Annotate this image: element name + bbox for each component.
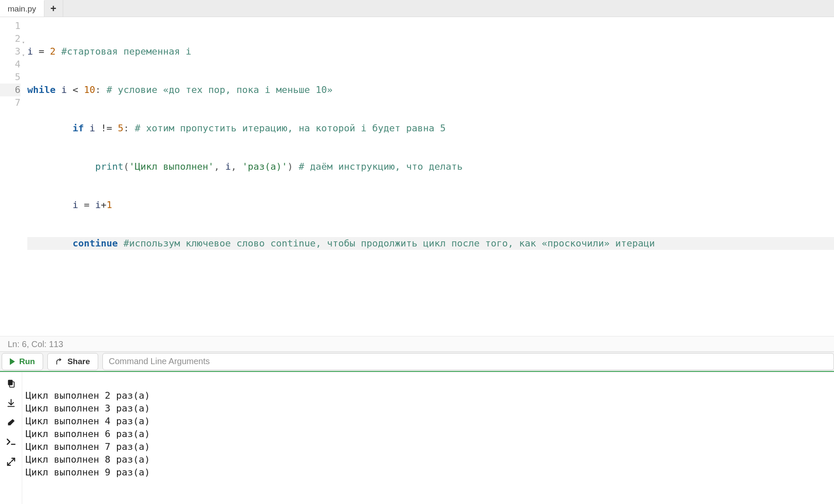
output-line: Цикл выполнен 9 раз(а) [26,467,150,478]
tab-main-py[interactable]: main.py [0,0,44,17]
output-line: Цикл выполнен 8 раз(а) [26,454,150,465]
terminal-icon[interactable] [6,437,16,447]
cursor-status: Ln: 6, Col: 113 [0,336,834,351]
code-line: i = 2 #стартовая переменная i [27,45,834,58]
line-number: 4 [0,58,20,71]
output-line: Цикл выполнен 4 раз(а) [26,416,150,426]
share-button[interactable]: Share [47,353,98,370]
code-area[interactable]: i = 2 #стартовая переменная i while i < … [25,17,834,336]
copy-icon[interactable] [6,378,16,388]
run-button[interactable]: Run [2,353,43,370]
tabs-bar: main.py + [0,0,834,17]
code-line: continue #использум ключевое слово conti… [27,237,834,250]
code-line: print('Цикл выполнен', i, 'раз(а)') # да… [27,160,834,173]
add-tab-button[interactable]: + [44,0,63,17]
code-line: while i < 10: # условие «до тех пор, пок… [27,84,834,96]
line-number: 2 [0,32,20,45]
expand-icon[interactable] [6,457,16,467]
play-icon [10,358,15,365]
output-content[interactable]: Цикл выполнен 2 раз(а) Цикл выполнен 3 р… [22,372,834,504]
share-label: Share [67,357,90,366]
app-root: main.py + 1 2 3 4 5 6 7 i = 2 #стартовая… [0,0,834,504]
line-number: 6 [0,84,20,96]
cli-args-input[interactable] [102,353,834,370]
output-panel: Цикл выполнен 2 раз(а) Цикл выполнен 3 р… [0,372,834,504]
output-line: Цикл выполнен 7 раз(а) [26,441,150,452]
svg-rect-1 [8,380,12,385]
code-editor[interactable]: 1 2 3 4 5 6 7 i = 2 #стартовая переменна… [0,17,834,336]
status-text: Ln: 6, Col: 113 [8,339,63,349]
line-number: 3 [0,45,20,58]
output-line: Цикл выполнен 6 раз(а) [26,429,150,439]
line-number: 5 [0,71,20,84]
run-label: Run [19,357,35,366]
output-sidebar [0,372,22,504]
eraser-icon[interactable] [6,417,16,428]
tab-label: main.py [8,4,36,14]
plus-icon: + [50,3,56,14]
output-line: Цикл выполнен 2 раз(а) [26,390,150,401]
share-icon [55,358,63,365]
code-line: i = i+1 [27,199,834,211]
output-line: Цикл выполнен 3 раз(а) [26,403,150,414]
code-line [27,275,834,288]
line-number: 1 [0,20,20,32]
code-line: if i != 5: # хотим пропустить итерацию, … [27,122,834,135]
action-bar: Run Share [0,351,834,372]
line-number-gutter: 1 2 3 4 5 6 7 [0,17,25,336]
line-number: 7 [0,96,20,109]
download-icon[interactable] [6,398,16,408]
